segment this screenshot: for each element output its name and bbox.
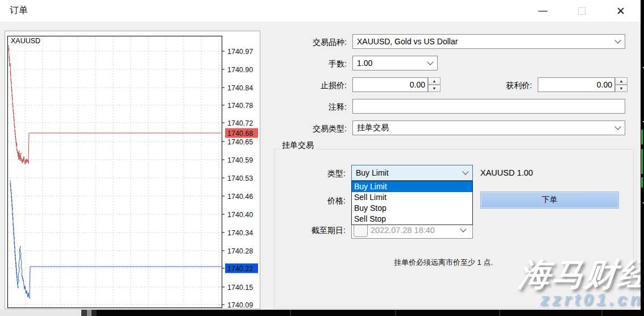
svg-text:1740.40: 1740.40 <box>227 211 253 219</box>
svg-text:1740.72: 1740.72 <box>227 119 253 127</box>
close-button[interactable]: ✕ <box>608 0 633 22</box>
svg-text:1740.97: 1740.97 <box>227 48 253 56</box>
stop-loss-spin-buttons: ▲ ▼ <box>428 77 441 92</box>
svg-text:1740.84: 1740.84 <box>227 84 253 92</box>
svg-text:1740.09: 1740.09 <box>227 301 253 309</box>
volume-combobox[interactable]: 1.00 <box>352 56 438 70</box>
order-type-combobox[interactable]: Buy Limit <box>351 165 473 181</box>
stop-loss-label: 止损价: <box>273 81 347 91</box>
expiry-label: 截至期日: <box>272 226 346 236</box>
svg-text:1740.46: 1740.46 <box>227 193 253 201</box>
take-profit-label: 获利价: <box>458 81 532 91</box>
chevron-down-icon <box>462 168 468 174</box>
symbol-value: XAUUSD, Gold vs US Dollar <box>357 37 458 46</box>
dropdown-option-sell-limit[interactable]: Sell Limit <box>352 192 472 203</box>
order-type-value: Buy Limit <box>356 168 389 177</box>
chevron-down-icon <box>427 59 433 65</box>
place-order-button[interactable]: 下单 <box>480 192 619 209</box>
spin-up-button[interactable]: ▲ <box>428 77 441 85</box>
order-chart-svg: 1740.971740.901740.841740.781740.721740.… <box>5 31 260 309</box>
pending-order-group-title: 挂单交易 <box>280 140 316 151</box>
spin-down-button[interactable]: ▼ <box>615 85 628 92</box>
dropdown-option-buy-stop[interactable]: Buy Stop <box>352 203 472 214</box>
take-profit-spin-buttons: ▲ ▼ <box>615 77 628 92</box>
background-chart-sliver <box>641 0 644 310</box>
window-title: 订单 <box>10 5 28 16</box>
maximize-icon <box>578 7 585 15</box>
price-label: 价格: <box>272 196 346 206</box>
spin-up-button[interactable]: ▲ <box>615 77 628 85</box>
close-icon: ✕ <box>616 5 625 18</box>
stop-loss-input[interactable]: 0.00 <box>352 77 428 92</box>
svg-text:1740.65: 1740.65 <box>227 138 253 146</box>
order-summary: XAUUSD 1.00 <box>480 168 533 177</box>
expiry-checkbox[interactable] <box>354 223 368 237</box>
svg-text:1740.68: 1740.68 <box>227 130 253 138</box>
taskbar-sliver <box>0 310 644 316</box>
svg-text:1740.90: 1740.90 <box>227 66 253 74</box>
type-dropdown-list: Buy LimitSell LimitBuy StopSell Stop <box>351 181 473 225</box>
svg-text:1740.22: 1740.22 <box>227 265 253 273</box>
svg-text:1740.59: 1740.59 <box>227 156 253 164</box>
svg-text:1740.28: 1740.28 <box>227 247 253 255</box>
order-type-label: 类型: <box>272 169 346 179</box>
stop-loss-spinner: 0.00 ▲ ▼ <box>352 77 441 92</box>
tick-chart-panel: 1740.971740.901740.841740.781740.721740.… <box>5 31 260 309</box>
spin-down-button[interactable]: ▼ <box>428 85 441 92</box>
volume-label: 手数: <box>273 59 347 69</box>
svg-text:1740.15: 1740.15 <box>227 284 253 292</box>
volume-value: 1.00 <box>357 59 372 68</box>
comment-label: 注释: <box>273 102 347 113</box>
svg-text:1740.34: 1740.34 <box>227 229 253 237</box>
minimize-button[interactable]: — <box>530 0 555 22</box>
trade-type-combobox[interactable]: 挂单交易 <box>352 120 625 135</box>
symbol-label: 交易品种: <box>273 38 347 48</box>
comment-input[interactable] <box>352 99 625 114</box>
chevron-down-icon <box>614 123 621 130</box>
symbol-combobox[interactable]: XAUUSD, Gold vs US Dollar <box>352 34 625 49</box>
svg-text:XAUUSD: XAUUSD <box>11 37 40 45</box>
watermark-url: zzrt01.cn <box>541 290 644 309</box>
chevron-down-icon <box>614 37 621 43</box>
take-profit-spinner: 0.00 ▲ ▼ <box>538 77 628 92</box>
chevron-down-icon <box>460 226 466 232</box>
svg-text:1740.78: 1740.78 <box>227 102 253 110</box>
dropdown-option-buy-limit[interactable]: Buy Limit <box>352 181 472 192</box>
svg-text:1740.53: 1740.53 <box>227 174 253 182</box>
trade-type-label: 交易类型: <box>273 124 347 134</box>
minimize-icon: — <box>538 6 547 16</box>
maximize-button[interactable] <box>569 0 594 22</box>
trade-type-value: 挂单交易 <box>357 123 389 133</box>
take-profit-input[interactable]: 0.00 <box>538 77 615 92</box>
dropdown-option-sell-stop[interactable]: Sell Stop <box>352 214 472 224</box>
